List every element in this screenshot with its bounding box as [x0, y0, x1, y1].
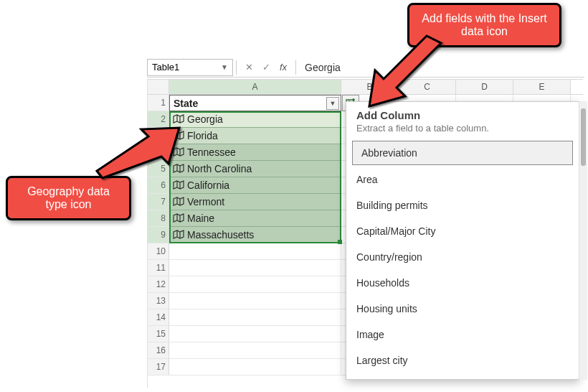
cell-value: California: [187, 179, 229, 191]
col-header-E[interactable]: E: [513, 80, 571, 94]
cell[interactable]: California: [169, 177, 341, 194]
fx-icon[interactable]: fx: [277, 61, 290, 74]
cell[interactable]: [169, 243, 341, 260]
cell-value: Maine: [187, 213, 214, 224]
cell[interactable]: [169, 359, 341, 375]
cell[interactable]: [169, 293, 341, 309]
divider: [236, 60, 237, 75]
svg-marker-5: [97, 128, 179, 178]
fx-label: fx: [280, 62, 287, 73]
name-box-value: Table1: [152, 62, 179, 73]
cell[interactable]: Vermont: [169, 194, 341, 210]
cell[interactable]: Massachusetts: [169, 227, 341, 243]
row-header[interactable]: 16: [148, 342, 169, 359]
add-column-panel: Add Column Extract a field to a table co…: [346, 101, 579, 380]
cell-value: Massachusetts: [187, 229, 254, 241]
geography-icon: [173, 114, 184, 124]
cell[interactable]: [169, 342, 341, 359]
geography-icon: [173, 213, 184, 223]
chevron-down-icon: ▼: [221, 63, 228, 71]
row-header[interactable]: 2: [148, 111, 169, 128]
row-header[interactable]: 1: [148, 95, 169, 111]
col-header-D[interactable]: D: [456, 80, 513, 94]
row-header[interactable]: 12: [148, 276, 169, 293]
panel-item-abbreviation[interactable]: Abbreviation: [352, 141, 573, 165]
panel-item-households[interactable]: Households: [346, 270, 579, 296]
name-box[interactable]: Table1 ▼: [147, 59, 233, 76]
row-header[interactable]: 11: [148, 260, 169, 276]
panel-item-largest-city[interactable]: Largest city: [346, 347, 579, 373]
cell[interactable]: Tennessee: [169, 144, 341, 161]
cell[interactable]: [169, 309, 341, 326]
cell-value: Florida: [187, 130, 218, 141]
panel-item-capital[interactable]: Capital/Major City: [346, 218, 579, 244]
accept-icon[interactable]: ✓: [260, 61, 272, 74]
panel-subtitle: Extract a field to a table column.: [356, 123, 569, 134]
cell[interactable]: Maine: [169, 210, 341, 227]
row-header[interactable]: 14: [148, 309, 169, 326]
panel-item-housing-units[interactable]: Housing units: [346, 296, 579, 322]
arrow-icon: [97, 128, 183, 192]
cell[interactable]: North Carolina: [169, 161, 341, 177]
panel-item-area[interactable]: Area: [346, 167, 579, 192]
panel-item-building-permits[interactable]: Building permits: [346, 192, 579, 218]
cancel-icon[interactable]: ✕: [242, 61, 255, 74]
divider: [295, 60, 296, 75]
cell-value: Tennessee: [187, 146, 236, 158]
panel-scrollbar[interactable]: [579, 101, 587, 380]
row-header[interactable]: 17: [148, 359, 169, 375]
cell[interactable]: Florida: [169, 128, 341, 144]
arrow-icon: [362, 36, 448, 108]
table-header-label: State: [174, 98, 198, 109]
panel-item-country-region[interactable]: Country/region: [346, 244, 579, 270]
cell[interactable]: [169, 276, 341, 293]
cell-value: Vermont: [187, 196, 224, 207]
row-header[interactable]: 9: [148, 227, 169, 243]
row-header[interactable]: 7: [148, 194, 169, 210]
row-header[interactable]: 13: [148, 293, 169, 309]
cell-value: North Carolina: [187, 163, 252, 174]
cell[interactable]: [169, 326, 341, 342]
table-header-cell[interactable]: State ▼: [169, 95, 341, 111]
geography-icon: [173, 197, 184, 207]
filter-dropdown-icon[interactable]: ▼: [326, 97, 339, 110]
select-all-corner[interactable]: [148, 80, 169, 94]
row-header[interactable]: 8: [148, 210, 169, 227]
geography-icon: [173, 230, 184, 240]
scrollbar-thumb[interactable]: [581, 108, 586, 166]
formula-bar-buttons: ✕ ✓ fx: [240, 61, 293, 74]
svg-marker-4: [369, 36, 441, 106]
row-header[interactable]: 15: [148, 326, 169, 342]
cell-value: Georgia: [187, 113, 223, 125]
panel-item-image[interactable]: Image: [346, 322, 579, 347]
panel-title: Add Column: [356, 109, 569, 121]
row-header[interactable]: 10: [148, 243, 169, 260]
cell[interactable]: Georgia: [169, 111, 341, 128]
col-header-A[interactable]: A: [169, 80, 341, 94]
panel-list: Abbreviation Area Building permits Capit…: [346, 139, 579, 379]
cell[interactable]: [169, 260, 341, 276]
